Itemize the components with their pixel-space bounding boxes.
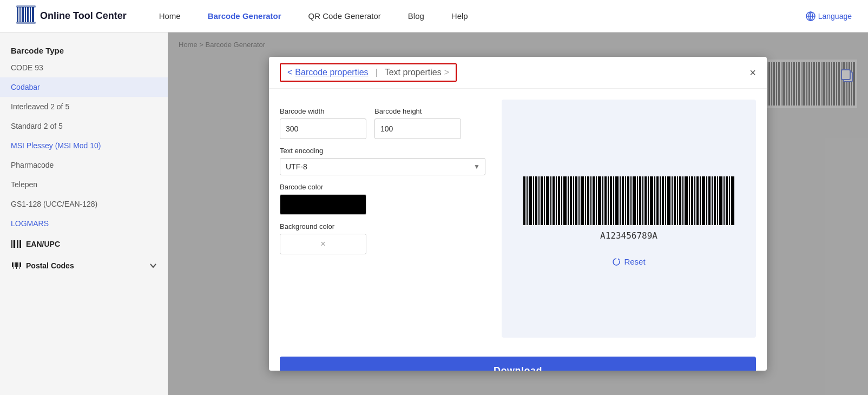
modal-close-button[interactable]: × (749, 67, 756, 78)
sidebar-section-ean[interactable]: EAN/UPC (0, 233, 168, 255)
svg-rect-109 (578, 176, 580, 225)
chevron-down-icon (149, 262, 157, 269)
sidebar-item-standard2of5[interactable]: Standard 2 of 5 (0, 116, 168, 136)
sidebar-item-interleaved[interactable]: Interleaved 2 of 5 (0, 97, 168, 116)
svg-rect-135 (654, 176, 655, 225)
dimensions-row: Barcode width ▲ ▼ Barco (280, 100, 491, 139)
svg-rect-134 (650, 176, 653, 225)
tab-barcode-properties[interactable]: Barcode properties (295, 68, 368, 77)
reset-label: Reset (624, 257, 645, 266)
background-color-swatch[interactable]: × (280, 234, 366, 254)
modal-tabs: < Barcode properties | Text properties > (280, 63, 457, 82)
svg-rect-113 (590, 176, 591, 225)
svg-rect-103 (561, 176, 562, 225)
svg-rect-127 (630, 176, 632, 225)
svg-rect-115 (596, 176, 597, 225)
nav-qr-code-generator[interactable]: QR Code Generator (308, 11, 381, 21)
svg-rect-157 (717, 176, 718, 225)
tab-text-properties[interactable]: Text properties (385, 68, 442, 77)
sidebar: Barcode Type CODE 93 Codabar Interleaved… (0, 32, 168, 395)
svg-rect-26 (20, 262, 21, 267)
svg-rect-159 (724, 176, 725, 225)
svg-rect-1 (19, 7, 21, 22)
barcode-height-input-wrap: ▲ ▼ (374, 119, 461, 139)
sidebar-item-code93[interactable]: CODE 93 (0, 58, 168, 77)
nav-help[interactable]: Help (451, 11, 468, 21)
content-area: Home > Barcode Generator (168, 32, 868, 395)
svg-rect-22 (15, 262, 16, 267)
svg-rect-15 (14, 240, 15, 248)
svg-rect-117 (602, 176, 603, 225)
svg-rect-106 (570, 176, 572, 225)
sidebar-item-telepen[interactable]: Telepen (0, 175, 168, 194)
sidebar-item-pharmacode[interactable]: Pharmacode (0, 155, 168, 175)
svg-rect-107 (573, 176, 574, 225)
svg-rect-25 (19, 262, 19, 269)
svg-rect-91 (527, 176, 528, 225)
svg-rect-156 (714, 176, 716, 225)
svg-rect-140 (667, 176, 670, 225)
svg-rect-146 (685, 176, 688, 225)
sidebar-item-gs1128[interactable]: GS1-128 (UCC/EAN-128) (0, 194, 168, 214)
language-label: Language (818, 12, 852, 21)
sidebar-item-codabar[interactable]: Codabar (0, 77, 168, 97)
svg-rect-104 (563, 176, 567, 225)
svg-rect-124 (622, 176, 624, 225)
modal-header: < Barcode properties | Text properties >… (269, 57, 767, 89)
main-nav: Home Barcode Generator QR Code Generator… (159, 11, 806, 21)
svg-rect-147 (689, 176, 690, 225)
svg-rect-158 (719, 176, 722, 225)
sidebar-item-msi[interactable]: MSI Plessey (MSI Mod 10) (0, 136, 168, 155)
nav-home[interactable]: Home (159, 11, 181, 21)
svg-rect-130 (639, 176, 641, 225)
barcode-ean-icon (11, 239, 22, 249)
sidebar-section-postal-label: Postal Codes (26, 261, 74, 270)
svg-rect-139 (665, 176, 666, 225)
nav-barcode-generator[interactable]: Barcode Generator (208, 11, 281, 21)
svg-rect-4 (27, 7, 29, 22)
sidebar-item-logmars[interactable]: LOGMARS (0, 214, 168, 233)
svg-rect-90 (523, 176, 525, 225)
svg-rect-161 (729, 176, 730, 225)
barcode-height-input[interactable] (375, 121, 461, 136)
text-encoding-select-wrap: UTF-8 ASCII ISO-8859-1 ▼ (280, 158, 485, 175)
tab-left-arrow: < (287, 68, 292, 77)
svg-rect-97 (544, 176, 545, 225)
svg-rect-101 (556, 176, 557, 225)
text-encoding-select[interactable]: UTF-8 ASCII ISO-8859-1 (280, 158, 485, 175)
svg-rect-6 (32, 7, 34, 22)
svg-rect-19 (20, 240, 21, 248)
svg-rect-100 (553, 176, 555, 225)
svg-rect-7 (17, 6, 35, 7)
barcode-height-group: Barcode height ▲ ▼ (374, 100, 461, 139)
modal-form: Barcode width ▲ ▼ Barco (280, 100, 491, 338)
background-color-group: Background color × (280, 222, 491, 254)
sidebar-section-postal[interactable]: Postal Codes (0, 255, 168, 276)
svg-rect-0 (17, 7, 18, 22)
svg-rect-154 (708, 176, 711, 225)
svg-text:A123456789A: A123456789A (600, 231, 657, 241)
svg-rect-95 (538, 176, 540, 225)
svg-rect-137 (660, 176, 661, 225)
svg-rect-145 (682, 176, 683, 225)
barcode-postal-icon (11, 260, 22, 271)
svg-rect-119 (608, 176, 609, 225)
svg-rect-121 (613, 176, 614, 225)
reset-icon (612, 258, 621, 266)
download-button[interactable]: Download (280, 357, 756, 371)
svg-rect-102 (558, 176, 560, 225)
svg-rect-13 (11, 240, 12, 248)
header: Online Tool Center Home Barcode Generato… (0, 0, 868, 32)
language-button[interactable]: Language (806, 11, 852, 21)
barcode-width-input[interactable] (280, 121, 366, 136)
svg-rect-21 (14, 262, 14, 269)
barcode-color-swatch[interactable] (280, 194, 366, 215)
nav-blog[interactable]: Blog (408, 11, 424, 21)
barcode-height-label: Barcode height (374, 107, 461, 115)
logo-area[interactable]: Online Tool Center (16, 5, 127, 27)
svg-rect-125 (625, 176, 626, 225)
globe-icon (806, 11, 816, 21)
reset-button[interactable]: Reset (612, 257, 645, 266)
svg-rect-162 (731, 176, 734, 225)
svg-rect-148 (691, 176, 693, 225)
